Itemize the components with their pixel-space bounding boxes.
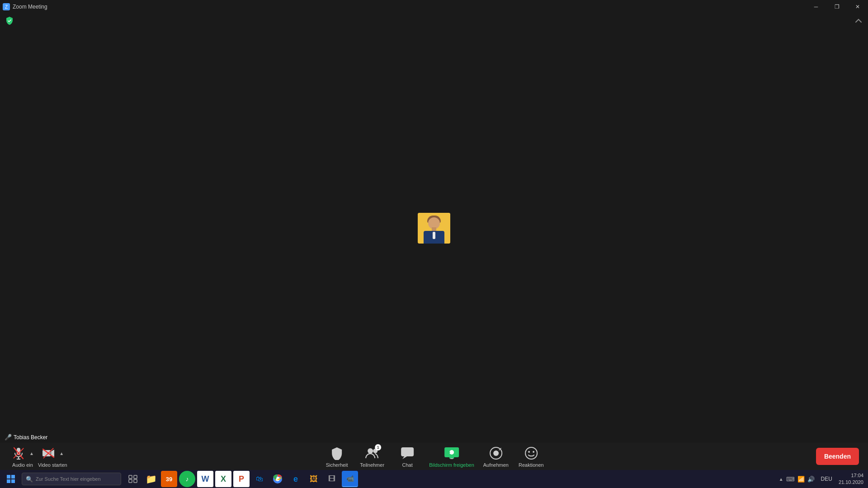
photos-app[interactable]: 🖼 — [306, 471, 322, 487]
video-icon — [40, 445, 57, 461]
taskbar-apps: 📁 39 ♪ W X P 🛍 e 🖼 🎞 📹 — [125, 471, 779, 487]
svg-rect-24 — [129, 475, 132, 479]
language-indicator: DEU — [821, 476, 832, 482]
svg-rect-26 — [134, 475, 137, 479]
taskview-app[interactable] — [125, 471, 141, 487]
window-title: Zoom Meeting — [13, 4, 47, 10]
keyboard-icon: ⌨ — [786, 476, 795, 483]
collapse-button[interactable] — [854, 16, 863, 26]
volume-icon: 🔊 — [807, 476, 815, 483]
minimize-button[interactable]: ─ — [806, 0, 826, 14]
audio-row: ▲ — [10, 445, 35, 461]
participant-name-label: Tobias Becker — [14, 434, 47, 441]
audio-chevron[interactable]: ▲ — [28, 450, 35, 457]
zoom-app-taskbar[interactable]: 📹 — [342, 471, 358, 487]
record-tool[interactable]: Aufnehmen — [482, 445, 509, 468]
title-bar: Z Zoom Meeting ─ ❐ ✕ — [0, 0, 868, 14]
svg-marker-10 — [402, 456, 407, 459]
audio-label: Audio ein — [12, 462, 33, 468]
record-icon — [488, 445, 504, 461]
video-label: Video starten — [38, 462, 67, 468]
spotify-app[interactable]: ♪ — [179, 471, 195, 487]
maximize-button[interactable]: ❐ — [826, 0, 847, 14]
participant-count-badge: 1 — [375, 444, 381, 450]
svg-point-17 — [525, 447, 537, 459]
svg-rect-23 — [11, 479, 15, 483]
meeting-area — [0, 14, 868, 443]
media-app[interactable]: 🎞 — [324, 471, 340, 487]
start-button[interactable] — [0, 470, 22, 488]
svg-point-19 — [533, 451, 534, 453]
audio-tool[interactable]: ▲ Audio ein — [9, 445, 36, 468]
svg-rect-20 — [7, 475, 10, 479]
chat-tool[interactable]: Chat — [394, 445, 421, 468]
taskbar-right: ▲ ⌨ 📶 🔊 DEU 17:04 21.10.2020 — [779, 472, 868, 486]
store-app[interactable]: 🛍 — [251, 471, 268, 487]
toolbar: ▲ Audio ein ▲ Video starten — [0, 443, 868, 470]
mic-muted-icon: 🎤 — [5, 434, 12, 441]
clock-time: 17:04 — [839, 472, 863, 479]
shield-icon — [5, 16, 14, 26]
chat-icon — [399, 445, 415, 461]
svg-rect-14 — [450, 458, 453, 459]
security-tool[interactable]: Sicherheit — [323, 445, 350, 468]
title-bar-left: Z Zoom Meeting — [0, 3, 47, 10]
svg-point-18 — [528, 451, 530, 453]
svg-rect-25 — [129, 479, 132, 483]
end-meeting-button[interactable]: Beenden — [816, 448, 859, 465]
svg-rect-4 — [42, 450, 51, 456]
search-placeholder: Zur Suche Text hier eingeben — [36, 476, 101, 482]
participants-tool[interactable]: 1 Teilnehmer — [359, 445, 386, 468]
participants-label: Teilnehmer — [360, 462, 384, 468]
share-screen-icon — [443, 445, 460, 461]
taskbar-search[interactable]: 🔍 Zur Suche Text hier eingeben — [22, 473, 121, 485]
chat-label: Chat — [402, 462, 413, 468]
security-icon — [329, 445, 345, 461]
powerpoint-app[interactable]: P — [233, 471, 250, 487]
svg-rect-22 — [7, 479, 10, 483]
clock-date: 21.10.2020 — [839, 479, 863, 486]
app-icon: Z — [3, 3, 10, 10]
share-screen-label: Bildschirm freigeben — [429, 462, 474, 468]
video-tool[interactable]: ▲ Video starten — [38, 445, 67, 468]
record-label: Aufnehmen — [483, 462, 509, 468]
explorer-app[interactable]: 📁 — [143, 471, 159, 487]
system-clock[interactable]: 17:04 21.10.2020 — [839, 472, 863, 486]
svg-rect-21 — [11, 475, 15, 479]
svg-rect-9 — [401, 447, 414, 456]
reactions-label: Reaktionen — [519, 462, 544, 468]
svg-point-16 — [493, 450, 499, 456]
network-icon: 📶 — [797, 476, 805, 483]
close-button[interactable]: ✕ — [847, 0, 868, 14]
chrome-app[interactable] — [269, 471, 286, 487]
search-icon: 🔍 — [26, 476, 33, 483]
participants-icon: 1 — [364, 445, 380, 461]
toolbar-center: Sicherheit 1 Teilnehmer — [323, 445, 545, 468]
participant-name-tag: 🎤 Tobias Becker — [5, 434, 47, 441]
reactions-icon — [523, 445, 539, 461]
tray-chevron[interactable]: ▲ — [779, 477, 783, 482]
toolbar-right: Beenden — [816, 448, 859, 465]
security-label: Sicherheit — [326, 462, 348, 468]
word-app[interactable]: W — [197, 471, 213, 487]
toolbar-left: ▲ Audio ein ▲ Video starten — [9, 445, 67, 468]
app-orange[interactable]: 39 — [161, 471, 177, 487]
edge-app[interactable]: e — [288, 471, 304, 487]
excel-app[interactable]: X — [215, 471, 231, 487]
microphone-icon — [10, 445, 27, 461]
share-screen-tool[interactable]: Bildschirm freigeben — [429, 445, 474, 468]
video-chevron[interactable]: ▲ — [58, 450, 65, 457]
svg-rect-27 — [134, 479, 137, 483]
windows-taskbar: 🔍 Zur Suche Text hier eingeben 📁 39 ♪ W … — [0, 470, 868, 488]
video-row: ▲ — [40, 445, 65, 461]
system-tray: ▲ ⌨ 📶 🔊 — [779, 476, 815, 483]
window-controls: ─ ❐ ✕ — [806, 0, 868, 14]
reactions-tool[interactable]: Reaktionen — [518, 445, 545, 468]
svg-point-7 — [368, 448, 373, 454]
participant-avatar — [418, 213, 450, 244]
